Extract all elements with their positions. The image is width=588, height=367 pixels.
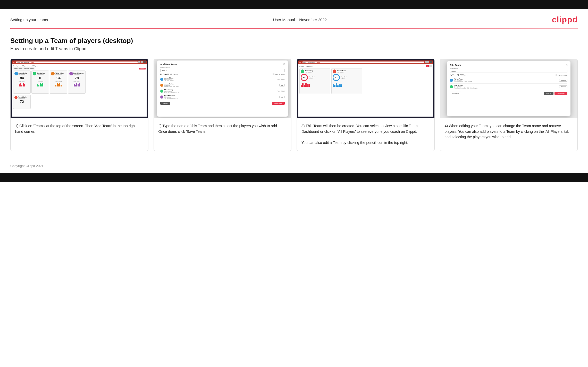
copyright: Copyright Clippd 2021 [10,164,44,168]
header-manual: User Manual – November 2022 [273,18,327,22]
card-3-screenshot: Home My Performance Teams Showing 2 of [297,59,434,118]
add-team-dialog-mockup: Add New Team ✕ Team Name * Team A My Tea… [157,60,288,117]
main-content: Setting up a Team of players (desktop) H… [0,29,588,161]
dialog-title-mockup: Add New Team [160,63,285,66]
card-2: Add New Team ✕ Team Name * Team A My Tea… [154,59,292,151]
save-btn-mockup: Save Team [272,102,285,105]
top-bar [0,0,588,9]
card-3: Home My Performance Teams Showing 2 of [297,59,435,151]
card-1-screenshot: Home My Performance Teams Showing 4 out … [11,59,148,118]
edit-player-row-1: Adrian Player Plus Handicap The Shire Lo… [450,77,567,84]
nav-dot-2 [299,62,301,63]
card-3-text: 3) This Team will then be created. You c… [297,118,434,151]
edit-dialog-tabs: My Team (2) All Players ⬜ Filter by name [450,74,567,76]
edit-player-row-2: Blair McHarg Plus Handicap Royal North D… [450,84,567,90]
dashboard-mockup-2: Home My Performance Teams Showing 2 of [297,59,434,118]
field-label-mockup: Team Name * [160,67,285,68]
header: Setting up your teams User Manual – Nove… [0,9,588,28]
team-name-field-mockup: Team A [160,69,285,72]
page-title: Setting up a Team of players (desktop) [10,37,578,45]
remove-btn-1: Remove [559,79,568,82]
mock-nav-1: Home My Performance Teams [12,60,147,64]
cards-row: Home My Performance Teams Showing 4 out … [10,59,578,151]
edit-cancel-btn: Cancel [544,92,554,95]
bottom-bar [0,173,588,182]
footer: Copyright Clippd 2021 [0,161,588,173]
player-row-2: Adrian Coliba 1 Handicap Central London … [160,82,285,88]
edit-dialog-title-mockup: Edit Team [450,64,567,66]
edit-dialog-close-mockup: ✕ [566,63,568,66]
nav-dot [13,62,14,63]
dialog-footer-mockup: Cancel Save Team [160,102,285,105]
remove-btn-2: Remove [559,85,568,88]
mock-nav-2: Home My Performance Teams [298,60,433,64]
dialog-tabs-mockup: My Team (2) All Players ⬜ Filter by name [160,73,285,75]
card-1-text: 1) Click on 'Teams' at the top of the sc… [11,118,148,151]
page-subtitle: How to create and edit Teams in Clippd [10,46,578,51]
mock-body-2: Showing 2 of 2 players ✏ [298,64,433,117]
logo: clippd [552,15,578,24]
cancel-btn-mockup: Cancel [160,102,170,105]
edit-save-btn: Save Team [555,92,567,95]
dialog-close-mockup: ✕ [283,63,285,65]
card-4: Edit Team ✕ Team Name * Team A My Team (… [440,59,578,151]
delete-btn-mockup: 🗑 Delete [450,92,461,95]
edit-team-dialog-mockup: Edit Team ✕ Team Name * Team A My Team (… [447,61,570,116]
edit-dialog-footer: 🗑 Delete Cancel Save Team [450,92,567,95]
card-4-screenshot: Edit Team ✕ Team Name * Team A My Team (… [440,59,578,118]
dashboard-mockup-1: Home My Performance Teams Showing 4 out … [11,59,148,118]
edit-team-name-field: Team A [450,70,567,73]
card-4-text: 4) When editing your Team, you can chang… [440,118,578,151]
player-row-3: Blair McHarg Plus Handicap Royal North D… [160,88,285,94]
card-1: Home My Performance Teams Showing 4 out … [10,59,148,151]
mock-body-1: Showing 4 out of 4 players from All Play… [12,64,147,117]
card-2-screenshot: Add New Team ✕ Team Name * Team A My Tea… [154,59,291,118]
header-section: Setting up your teams [10,18,48,22]
player-row-4: Dave Billingham 3.5 Handicap The Dog Mag… [160,94,285,100]
player-row-1: Adrian Player Plus Handicap The Shire Lo… [160,76,285,82]
card-2-text: 2) Type the name of this Team and then s… [154,118,291,151]
edit-field-label: Team Name * [450,68,567,69]
